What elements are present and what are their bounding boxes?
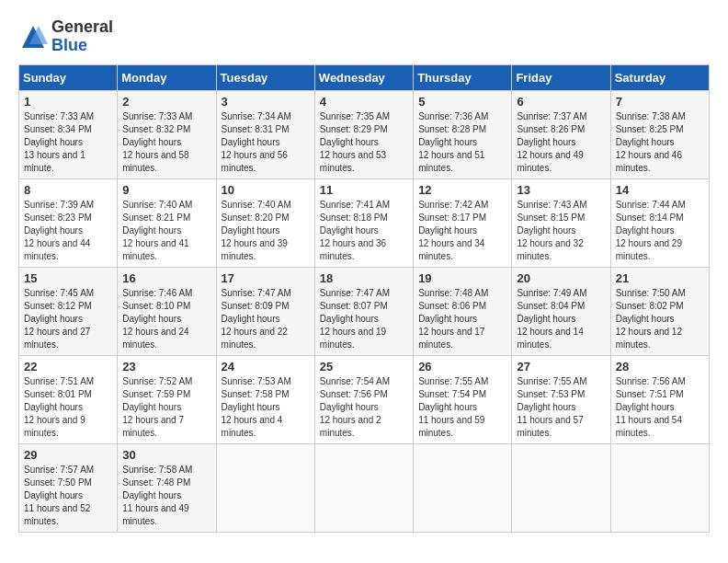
calendar-day-26: 26Sunrise: 7:55 AMSunset: 7:54 PMDayligh…: [414, 355, 512, 443]
calendar-day-11: 11Sunrise: 7:41 AMSunset: 8:18 PMDayligh…: [314, 178, 413, 267]
calendar-day-12: 12Sunrise: 7:42 AMSunset: 8:17 PMDayligh…: [414, 178, 512, 267]
empty-cell: [414, 443, 512, 532]
calendar-day-23: 23Sunrise: 7:52 AMSunset: 7:59 PMDayligh…: [118, 355, 216, 443]
weekday-header-monday: Monday: [118, 64, 216, 90]
weekday-header-saturday: Saturday: [610, 64, 709, 90]
calendar-week-row-5: 29Sunrise: 7:57 AMSunset: 7:50 PMDayligh…: [19, 443, 710, 532]
calendar-day-30: 30Sunrise: 7:58 AMSunset: 7:48 PMDayligh…: [118, 443, 216, 532]
calendar-day-28: 28Sunrise: 7:56 AMSunset: 7:51 PMDayligh…: [610, 355, 709, 443]
calendar-day-21: 21Sunrise: 7:50 AMSunset: 8:02 PMDayligh…: [610, 267, 709, 355]
calendar-day-27: 27Sunrise: 7:55 AMSunset: 7:53 PMDayligh…: [512, 355, 610, 443]
logo-icon: [18, 22, 48, 52]
calendar-day-6: 6Sunrise: 7:37 AMSunset: 8:26 PMDaylight…: [512, 90, 610, 178]
empty-cell: [314, 443, 413, 532]
weekday-header-wednesday: Wednesday: [314, 64, 413, 90]
empty-cell: [512, 443, 610, 532]
calendar-day-5: 5Sunrise: 7:36 AMSunset: 8:28 PMDaylight…: [414, 90, 512, 178]
calendar-day-7: 7Sunrise: 7:38 AMSunset: 8:25 PMDaylight…: [610, 90, 709, 178]
calendar-day-19: 19Sunrise: 7:48 AMSunset: 8:06 PMDayligh…: [414, 267, 512, 355]
calendar-day-1: 1Sunrise: 7:33 AMSunset: 8:34 PMDaylight…: [19, 90, 118, 178]
calendar-table: SundayMondayTuesdayWednesdayThursdayFrid…: [18, 64, 710, 533]
weekday-header-tuesday: Tuesday: [216, 64, 314, 90]
weekday-header-thursday: Thursday: [414, 64, 512, 90]
calendar-day-18: 18Sunrise: 7:47 AMSunset: 8:07 PMDayligh…: [314, 267, 413, 355]
calendar-week-row-4: 22Sunrise: 7:51 AMSunset: 8:01 PMDayligh…: [19, 355, 710, 443]
calendar-day-16: 16Sunrise: 7:46 AMSunset: 8:10 PMDayligh…: [118, 267, 216, 355]
calendar-week-row-1: 1Sunrise: 7:33 AMSunset: 8:34 PMDaylight…: [19, 90, 710, 178]
calendar-day-13: 13Sunrise: 7:43 AMSunset: 8:15 PMDayligh…: [512, 178, 610, 267]
calendar-day-3: 3Sunrise: 7:34 AMSunset: 8:31 PMDaylight…: [216, 90, 314, 178]
empty-cell: [610, 443, 709, 532]
calendar-week-row-3: 15Sunrise: 7:45 AMSunset: 8:12 PMDayligh…: [19, 267, 710, 355]
calendar-week-row-2: 8Sunrise: 7:39 AMSunset: 8:23 PMDaylight…: [19, 178, 710, 267]
calendar-day-10: 10Sunrise: 7:40 AMSunset: 8:20 PMDayligh…: [216, 178, 314, 267]
logo: General Blue: [18, 18, 113, 55]
calendar-day-20: 20Sunrise: 7:49 AMSunset: 8:04 PMDayligh…: [512, 267, 610, 355]
page-header: General Blue: [18, 18, 710, 55]
weekday-header-sunday: Sunday: [19, 64, 118, 90]
calendar-day-25: 25Sunrise: 7:54 AMSunset: 7:56 PMDayligh…: [314, 355, 413, 443]
empty-cell: [216, 443, 314, 532]
calendar-day-22: 22Sunrise: 7:51 AMSunset: 8:01 PMDayligh…: [19, 355, 118, 443]
calendar-day-24: 24Sunrise: 7:53 AMSunset: 7:58 PMDayligh…: [216, 355, 314, 443]
calendar-day-15: 15Sunrise: 7:45 AMSunset: 8:12 PMDayligh…: [19, 267, 118, 355]
calendar-day-8: 8Sunrise: 7:39 AMSunset: 8:23 PMDaylight…: [19, 178, 118, 267]
calendar-day-9: 9Sunrise: 7:40 AMSunset: 8:21 PMDaylight…: [118, 178, 216, 267]
calendar-day-29: 29Sunrise: 7:57 AMSunset: 7:50 PMDayligh…: [19, 443, 118, 532]
weekday-header-friday: Friday: [512, 64, 610, 90]
calendar-day-4: 4Sunrise: 7:35 AMSunset: 8:29 PMDaylight…: [314, 90, 413, 178]
calendar-day-14: 14Sunrise: 7:44 AMSunset: 8:14 PMDayligh…: [610, 178, 709, 267]
logo-text-blue: Blue: [51, 37, 113, 55]
calendar-day-2: 2Sunrise: 7:33 AMSunset: 8:32 PMDaylight…: [118, 90, 216, 178]
logo-text-general: General: [51, 18, 113, 37]
calendar-day-17: 17Sunrise: 7:47 AMSunset: 8:09 PMDayligh…: [216, 267, 314, 355]
